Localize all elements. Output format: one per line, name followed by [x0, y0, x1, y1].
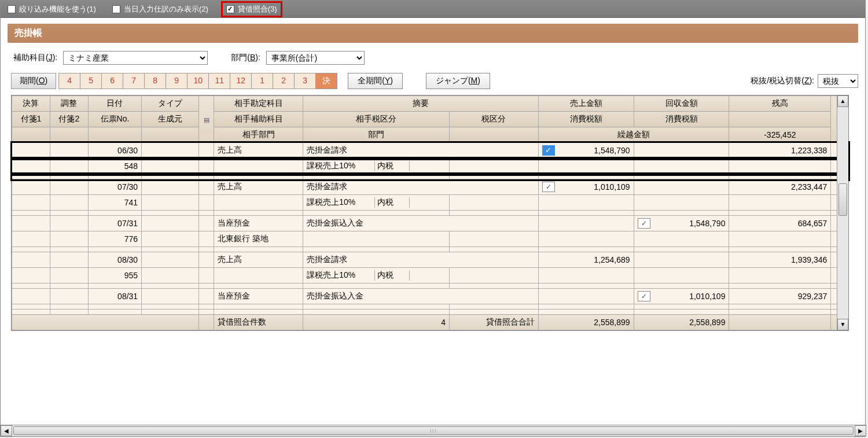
col-date[interactable]: 日付: [88, 96, 141, 112]
ledger-row-sub[interactable]: 776北東銀行 築地: [12, 231, 848, 247]
ledger-row-sub[interactable]: 955課税売上10%内税: [12, 268, 848, 284]
vertical-scrollbar[interactable]: ▲ ▼: [837, 95, 848, 330]
cell-zandaka[interactable]: 929,237: [729, 289, 831, 304]
cell-kaishu[interactable]: ✓1,548,790: [634, 216, 729, 231]
filter1-checkbox[interactable]: 絞り込み機能を使う(1): [8, 4, 96, 14]
ledger-row[interactable]: 07/30売上高売掛金請求✓1,010,1092,233,447: [12, 179, 848, 195]
period-month-5[interactable]: 5: [80, 73, 102, 89]
check-icon[interactable]: ✓: [638, 218, 650, 229]
cell-aite-hojo[interactable]: [214, 304, 303, 310]
period-month-2[interactable]: 2: [273, 73, 295, 89]
col-type[interactable]: タイプ: [142, 96, 199, 112]
cell-kaishu[interactable]: [634, 252, 729, 268]
col-seisei[interactable]: 生成元: [142, 112, 199, 127]
cell-tekiyo[interactable]: 売掛金請求: [303, 252, 539, 268]
col-uriage[interactable]: 売上金額: [538, 96, 634, 112]
col-fusen2[interactable]: 付箋2: [50, 112, 88, 127]
period-month-11[interactable]: 11: [209, 73, 230, 89]
cell-tekiyo[interactable]: 売掛金振込入金: [303, 289, 539, 304]
col-zeikubun[interactable]: 税区分: [449, 112, 538, 127]
period-button[interactable]: 期間(O): [11, 73, 56, 89]
cell-zandaka[interactable]: 2,233,447: [729, 179, 831, 195]
filter2-checkbox[interactable]: 当日入力仕訳のみ表示(2): [112, 4, 208, 14]
col-bumon[interactable]: 部門: [303, 127, 450, 143]
scroll-left-icon[interactable]: ◀: [1, 425, 12, 436]
col-aite-kanjo[interactable]: 相手勘定科目: [214, 96, 303, 112]
period-month-9[interactable]: 9: [166, 73, 187, 89]
cell-kaishu[interactable]: [634, 143, 729, 159]
ledger-row[interactable]: 06/30売上高売掛金請求✓1,548,7901,223,338: [12, 143, 848, 159]
cell-zandaka[interactable]: 1,223,338: [729, 143, 831, 159]
ledger-row[interactable]: 08/30売上高売掛金請求1,254,6891,939,346: [12, 252, 848, 268]
cell-uriage[interactable]: ✓1,010,109: [538, 179, 634, 195]
cell-uriage[interactable]: 1,254,689: [538, 252, 634, 268]
cell-slip[interactable]: 548: [88, 159, 141, 174]
check-icon[interactable]: ✓: [542, 145, 555, 156]
ledger-row[interactable]: 08/31当座預金売掛金振込入金✓1,010,109929,237: [12, 289, 848, 304]
cell-tax-kubun[interactable]: 課税売上10%内税: [303, 159, 450, 174]
cell-uriage[interactable]: [538, 216, 634, 231]
check-icon[interactable]: ✓: [542, 182, 555, 192]
cell-slip[interactable]: 955: [88, 268, 141, 284]
cell-slip[interactable]: 776: [88, 231, 141, 247]
cell-aite[interactable]: 売上高: [214, 179, 303, 195]
period-month-7[interactable]: 7: [123, 73, 145, 89]
cell-aite[interactable]: 売上高: [214, 252, 303, 268]
jump-button[interactable]: ジャンプ(M): [426, 73, 490, 89]
cell-tax-kubun[interactable]: [303, 304, 450, 310]
cell-aite-hojo[interactable]: [214, 195, 303, 211]
col-tekiyo[interactable]: 摘要: [303, 96, 539, 112]
cell-tekiyo[interactable]: 売掛金請求: [303, 179, 539, 195]
scroll-right-icon[interactable]: ▶: [855, 425, 866, 436]
cell-aite[interactable]: 当座預金: [214, 216, 303, 231]
cell-tax-kubun[interactable]: [303, 231, 450, 247]
col-fusen1[interactable]: 付箋1: [12, 112, 50, 127]
cell-date[interactable]: 08/30: [88, 252, 141, 268]
filter3-checkbox[interactable]: ✓ 貸借照合(3): [221, 1, 282, 17]
cell-aite[interactable]: 売上高: [214, 143, 303, 159]
period-month-6[interactable]: 6: [102, 73, 123, 89]
cell-aite-hojo[interactable]: [214, 268, 303, 284]
cell-kaishu[interactable]: [634, 179, 729, 195]
cell-uriage[interactable]: ✓1,548,790: [538, 143, 634, 159]
ledger-row[interactable]: 07/31当座預金売掛金振込入金✓1,548,790684,657: [12, 216, 848, 231]
scroll-thumb[interactable]: [838, 183, 847, 216]
horizontal-scrollbar[interactable]: ◀ ⁞⁞⁞ ▶: [1, 425, 866, 436]
cell-aite[interactable]: 当座預金: [214, 289, 303, 304]
cell-uriage[interactable]: [538, 289, 634, 304]
scroll-down-icon[interactable]: ▼: [837, 319, 848, 330]
ledger-row-sub[interactable]: 548課税売上10%内税: [12, 159, 848, 174]
cell-date[interactable]: 07/31: [88, 216, 141, 231]
check-icon[interactable]: ✓: [638, 291, 650, 301]
period-month-決[interactable]: 決: [316, 73, 337, 89]
all-period-button[interactable]: 全期間(Y): [348, 73, 403, 89]
cell-date[interactable]: 07/30: [88, 179, 141, 195]
sub-account-select[interactable]: ミナミ産業: [63, 51, 208, 65]
cell-slip[interactable]: 741: [88, 195, 141, 211]
period-month-10[interactable]: 10: [187, 73, 209, 89]
col-kaishu[interactable]: 回収金額: [634, 96, 729, 112]
period-month-3[interactable]: 3: [295, 73, 316, 89]
dept-select[interactable]: 事業所(合計): [266, 51, 365, 65]
col-chosei[interactable]: 調整: [50, 96, 88, 112]
col-kessan[interactable]: 決算: [12, 96, 50, 112]
cell-aite-hojo[interactable]: 北東銀行 築地: [214, 231, 303, 247]
cell-kaishu[interactable]: ✓1,010,109: [634, 289, 729, 304]
col-memo-icon[interactable]: ▤: [199, 96, 214, 143]
col-shohizei2[interactable]: 消費税額: [634, 112, 729, 127]
cell-aite-hojo[interactable]: [214, 159, 303, 174]
period-month-8[interactable]: 8: [145, 73, 166, 89]
period-month-12[interactable]: 12: [230, 73, 252, 89]
col-shohizei1[interactable]: 消費税額: [538, 112, 634, 127]
ledger-row-bumon[interactable]: [12, 284, 848, 289]
cell-date[interactable]: 08/31: [88, 289, 141, 304]
period-month-1[interactable]: 1: [252, 73, 273, 89]
cell-tekiyo[interactable]: 売掛金振込入金: [303, 216, 539, 231]
ledger-row-sub[interactable]: [12, 304, 848, 310]
ledger-row-bumon[interactable]: [12, 211, 848, 216]
hscroll-thumb[interactable]: ⁞⁞⁞: [13, 426, 854, 435]
ledger-row-sub[interactable]: 741課税売上10%内税: [12, 195, 848, 211]
cell-tekiyo[interactable]: 売掛金請求: [303, 143, 539, 159]
period-month-4[interactable]: 4: [59, 73, 80, 89]
cell-slip[interactable]: [88, 304, 141, 310]
